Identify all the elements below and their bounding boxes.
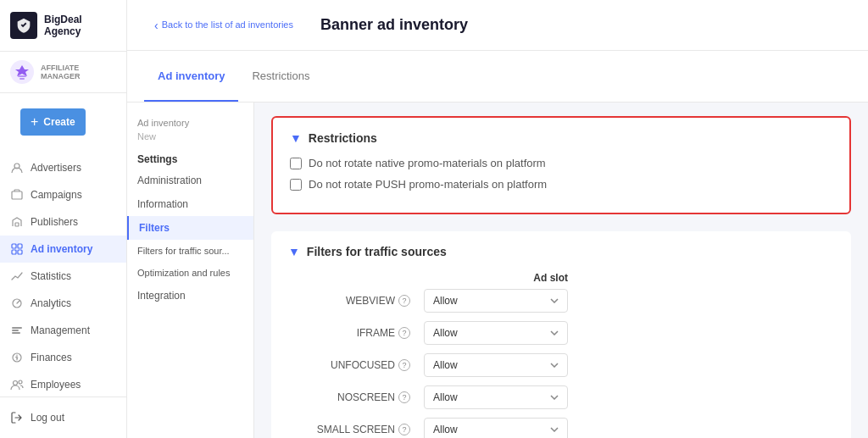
noscreen-info-icon[interactable]: ? bbox=[398, 391, 410, 403]
back-link[interactable]: ‹ Back to the list of ad inventories bbox=[144, 12, 303, 39]
filters-title: Filters for traffic sources bbox=[307, 245, 447, 258]
svg-rect-12 bbox=[12, 330, 19, 331]
filters-collapse-icon[interactable]: ▼ bbox=[288, 245, 300, 258]
create-button[interactable]: + Create bbox=[20, 108, 86, 136]
sidebar-label-finances: Finances bbox=[31, 352, 72, 363]
sidebar-label-statistics: Statistics bbox=[31, 270, 71, 282]
logo-text: BigDeal Agency bbox=[44, 14, 82, 38]
filter-label-webview: WEBVIEW ? bbox=[288, 295, 424, 307]
no-push-checkbox[interactable] bbox=[290, 179, 302, 191]
ad-slot-label: Ad slot bbox=[424, 272, 568, 284]
filter-label-unfocused: UNFOCUSED ? bbox=[288, 359, 424, 371]
sidebar-item-advertisers[interactable]: Advertisers bbox=[0, 154, 126, 181]
iframe-select[interactable]: AllowBlockOnly bbox=[424, 321, 568, 345]
right-panel: ▼ Restrictions Do not rotate native prom… bbox=[254, 103, 868, 438]
sidebar-bottom: Log out bbox=[0, 396, 126, 438]
filters-section: ▼ Filters for traffic sources Ad slot WE… bbox=[271, 231, 851, 438]
sidebar-item-statistics[interactable]: Statistics bbox=[0, 263, 126, 290]
plus-icon: + bbox=[31, 114, 38, 130]
left-item-administration[interactable]: Administration bbox=[127, 169, 253, 192]
back-arrow-icon: ‹ bbox=[154, 19, 159, 32]
sidebar-label-campaigns: Campaigns bbox=[31, 189, 82, 201]
sidebar-item-analytics[interactable]: Analytics bbox=[0, 290, 126, 317]
sidebar-item-finances[interactable]: Finances bbox=[0, 344, 126, 371]
svg-rect-7 bbox=[18, 244, 22, 248]
create-button-container: + Create bbox=[0, 93, 126, 151]
ad-slot-header-row: Ad slot bbox=[288, 272, 834, 284]
webview-select[interactable]: AllowBlockOnly bbox=[424, 289, 568, 313]
restrictions-header: ▼ Restrictions bbox=[290, 131, 832, 145]
left-item-optimization[interactable]: Optimization and rules bbox=[127, 262, 253, 284]
filter-label-noscreen: NOSCREEN ? bbox=[288, 391, 424, 403]
tab-ad-inventory[interactable]: Ad inventory bbox=[144, 51, 238, 102]
sidebar-item-ad-inventory[interactable]: Ad inventory bbox=[0, 236, 126, 263]
sidebar-item-employees[interactable]: Employees bbox=[0, 371, 126, 396]
small-screen-select[interactable]: AllowBlockOnly bbox=[424, 418, 568, 438]
left-item-filters[interactable]: Filters bbox=[127, 216, 253, 240]
small-screen-info-icon[interactable]: ? bbox=[398, 424, 410, 435]
affiliate-label: AFFILIATE MANAGER bbox=[41, 64, 116, 80]
left-item-integration[interactable]: Integration bbox=[127, 284, 253, 308]
logo-area: BigDeal Agency bbox=[0, 0, 126, 52]
filter-row-small-screen: SMALL SCREEN ? AllowBlockOnly bbox=[288, 418, 834, 438]
left-item-filters-traffic[interactable]: Filters for traffic sour... bbox=[127, 240, 253, 262]
unfocused-info-icon[interactable]: ? bbox=[398, 359, 410, 371]
left-section-label: Ad inventory bbox=[127, 111, 253, 130]
svg-rect-9 bbox=[18, 250, 22, 254]
no-native-checkbox[interactable] bbox=[290, 158, 302, 169]
unfocused-select[interactable]: AllowBlockOnly bbox=[424, 353, 568, 377]
filter-row-webview: WEBVIEW ? AllowBlockOnly bbox=[288, 289, 834, 313]
tab-restrictions[interactable]: Restrictions bbox=[238, 51, 323, 102]
create-label: Create bbox=[43, 116, 75, 128]
restrictions-collapse-icon[interactable]: ▼ bbox=[290, 131, 302, 145]
filter-label-small-screen: SMALL SCREEN ? bbox=[288, 424, 424, 435]
iframe-info-icon[interactable]: ? bbox=[398, 327, 410, 339]
svg-point-16 bbox=[19, 380, 22, 384]
filter-row-iframe: IFRAME ? AllowBlockOnly bbox=[288, 321, 834, 345]
back-link-text: Back to the list of ad inventories bbox=[162, 19, 293, 30]
checkbox-no-push: Do not rotate PUSH promo-materials on pl… bbox=[290, 178, 832, 191]
svg-point-15 bbox=[14, 381, 18, 385]
sidebar-item-publishers[interactable]: Publishers bbox=[0, 208, 126, 236]
svg-rect-11 bbox=[12, 327, 22, 329]
filter-row-noscreen: NOSCREEN ? AllowBlockOnly bbox=[288, 385, 834, 409]
no-native-label[interactable]: Do not rotate native promo-materials on … bbox=[309, 157, 546, 169]
svg-rect-5 bbox=[15, 223, 19, 226]
sidebar-label-management: Management bbox=[31, 324, 90, 336]
affiliate-icon bbox=[10, 60, 34, 84]
svg-rect-6 bbox=[12, 244, 16, 248]
affiliate-section: AFFILIATE MANAGER bbox=[0, 52, 126, 93]
main-content: ‹ Back to the list of ad inventories Ban… bbox=[127, 0, 868, 438]
sidebar-label-ad-inventory: Ad inventory bbox=[31, 243, 92, 255]
left-section-sub: New bbox=[127, 130, 253, 145]
sidebar-item-management[interactable]: Management bbox=[0, 317, 126, 344]
checkbox-no-native: Do not rotate native promo-materials on … bbox=[290, 157, 832, 169]
filter-label-iframe: IFRAME ? bbox=[288, 327, 424, 339]
logout-label: Log out bbox=[31, 412, 64, 424]
no-push-label[interactable]: Do not rotate PUSH promo-materials on pl… bbox=[309, 178, 547, 191]
left-panel: Ad inventory New Settings Administration… bbox=[127, 103, 254, 438]
svg-rect-4 bbox=[12, 191, 22, 199]
topbar: ‹ Back to the list of ad inventories Ban… bbox=[127, 0, 868, 51]
svg-rect-13 bbox=[12, 332, 20, 334]
svg-rect-1 bbox=[18, 75, 26, 77]
filters-header: ▼ Filters for traffic sources bbox=[288, 245, 834, 258]
logout-button[interactable]: Log out bbox=[10, 406, 116, 430]
sidebar-label-employees: Employees bbox=[31, 379, 81, 391]
sidebar-item-campaigns[interactable]: Campaigns bbox=[0, 181, 126, 208]
nav-list: Advertisers Campaigns Publishers Ad inve… bbox=[0, 151, 126, 396]
svg-rect-2 bbox=[19, 78, 25, 80]
left-item-information[interactable]: Information bbox=[127, 192, 253, 216]
sidebar-label-analytics: Analytics bbox=[31, 297, 71, 309]
sidebar: BigDeal Agency AFFILIATE MANAGER + Creat… bbox=[0, 0, 127, 438]
restrictions-box: ▼ Restrictions Do not rotate native prom… bbox=[271, 116, 851, 214]
page-title: Banner ad inventory bbox=[320, 16, 468, 34]
noscreen-select[interactable]: AllowBlockOnly bbox=[424, 385, 568, 409]
restrictions-title: Restrictions bbox=[309, 131, 377, 145]
logo-icon bbox=[10, 12, 37, 39]
webview-info-icon[interactable]: ? bbox=[398, 295, 410, 307]
content-area: Ad inventory New Settings Administration… bbox=[127, 103, 868, 438]
svg-rect-8 bbox=[12, 250, 16, 254]
sidebar-label-advertisers: Advertisers bbox=[31, 162, 81, 174]
tab-bar: Ad inventory Restrictions bbox=[127, 51, 868, 103]
